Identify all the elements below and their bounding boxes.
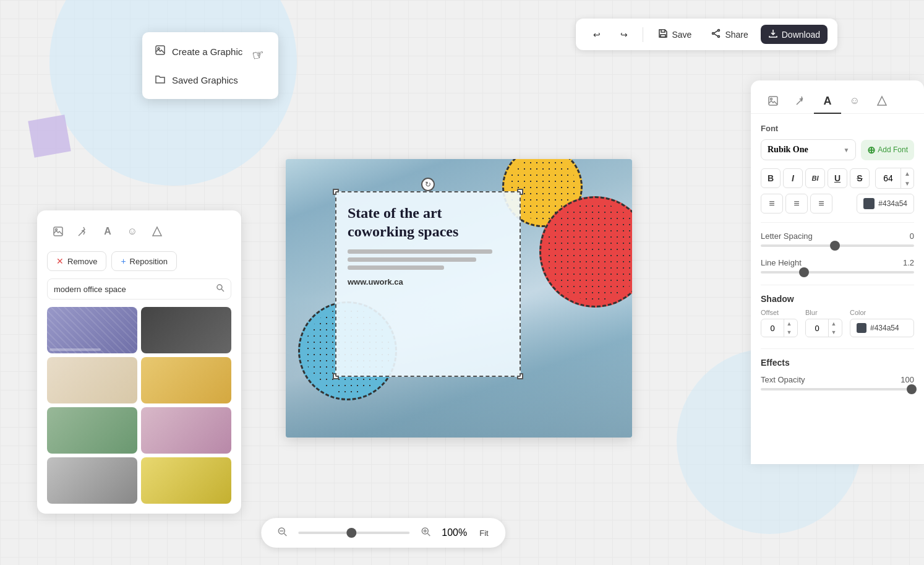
image-thumb-5[interactable] (47, 407, 137, 454)
font-select[interactable]: Rubik One ▼ (761, 139, 856, 160)
shadow-offset-col: Offset ▲ ▼ (761, 309, 798, 337)
shadow-offset-input[interactable] (761, 321, 784, 336)
panel-tab-emoji[interactable]: ☺ (121, 220, 143, 243)
search-icon (216, 283, 225, 295)
shadow-blur-col: Blur ▲ ▼ (805, 309, 842, 337)
image-grid (47, 307, 231, 504)
image-thumb-2[interactable] (141, 307, 231, 353)
zoom-fit-button[interactable]: Fit (474, 526, 493, 540)
align-right-button[interactable]: ≡ (810, 194, 832, 213)
remove-icon: ✕ (56, 256, 64, 266)
image-thumb-7[interactable] (47, 457, 137, 504)
line-height-track[interactable] (761, 271, 914, 274)
align-center-button[interactable]: ≡ (785, 194, 808, 213)
panel-tab-magic[interactable] (72, 220, 94, 243)
zoom-in-button[interactable] (417, 524, 434, 541)
shadow-offset-down[interactable]: ▼ (784, 328, 794, 337)
image-thumb-6[interactable] (141, 407, 231, 454)
image-thumb-8[interactable] (141, 457, 231, 504)
image-icon (155, 45, 166, 58)
align-right-icon: ≡ (818, 198, 824, 209)
font-size-up[interactable]: ▲ (901, 168, 913, 178)
reposition-button[interactable]: + Reposition (111, 251, 177, 271)
panel-tab-text[interactable]: A (96, 220, 119, 243)
save-label: Save (672, 30, 691, 40)
text-opacity-track[interactable] (761, 388, 914, 390)
line-height-thumb[interactable] (799, 267, 809, 277)
right-tab-image[interactable] (759, 89, 787, 114)
remove-button[interactable]: ✕ Remove (47, 251, 106, 271)
save-button[interactable]: Save (651, 25, 699, 44)
image-thumb-3[interactable] (47, 357, 137, 403)
reposition-label: Reposition (130, 257, 168, 266)
canvas-card[interactable]: ↻ State of the art coworking spaces www.… (286, 159, 632, 438)
bold-italic-button[interactable]: BI (805, 168, 825, 188)
panel-tab-shapes[interactable] (146, 220, 168, 243)
right-panel: A ☺ Font Rubik One ▼ ⊕ Add Font B (751, 80, 924, 464)
shadow-color-chip[interactable]: #434a54 (850, 319, 914, 337)
dropdown-saved-graphics[interactable]: Saved Graphics (142, 66, 278, 94)
font-size-box: ▲ ▼ (875, 168, 914, 189)
shadow-title: Shadow (761, 294, 914, 304)
right-panel-tabs: A ☺ (751, 80, 924, 114)
right-tab-emoji[interactable]: ☺ (841, 89, 868, 114)
shadow-blur-input[interactable] (806, 321, 828, 336)
search-input[interactable] (54, 285, 212, 294)
image-thumb-4[interactable] (141, 357, 231, 403)
zoom-out-icon (277, 527, 287, 540)
share-label: Share (725, 30, 748, 40)
canvas-text-line-2 (348, 257, 476, 262)
image-thumb-1[interactable] (47, 307, 137, 353)
panel-tabs: A ☺ (47, 220, 231, 243)
text-box-container[interactable]: ↻ State of the art coworking spaces www.… (335, 191, 521, 377)
text-opacity-row: Text Opacity 100 (761, 375, 914, 390)
canvas-text-box: State of the art coworking spaces www.uw… (335, 191, 521, 377)
align-left-icon: ≡ (769, 198, 774, 209)
add-font-button[interactable]: ⊕ Add Font (861, 140, 914, 160)
letter-spacing-track[interactable] (761, 244, 914, 247)
align-center-icon: ≡ (794, 198, 799, 209)
shadow-blur-down[interactable]: ▼ (829, 328, 839, 337)
rotate-handle[interactable]: ↻ (421, 178, 435, 191)
right-tab-magic[interactable] (787, 89, 814, 114)
right-tab-text[interactable]: A (814, 89, 841, 114)
folder-icon (155, 73, 166, 87)
svg-point-0 (718, 30, 720, 32)
right-tab-shapes[interactable] (868, 89, 896, 114)
underline-button[interactable]: U (828, 168, 847, 188)
panel-tab-image[interactable] (47, 220, 69, 243)
shadow-color-swatch (857, 323, 866, 333)
text-opacity-header: Text Opacity 100 (761, 375, 914, 384)
shadow-offset-up[interactable]: ▲ (784, 319, 794, 328)
divider-1 (761, 222, 914, 223)
shadow-blur-label: Blur (805, 309, 842, 316)
zoom-slider[interactable] (298, 532, 409, 534)
bold-button[interactable]: B (761, 168, 781, 188)
font-name: Rubik One (768, 145, 808, 155)
zoom-in-icon (421, 527, 430, 540)
font-size-down[interactable]: ▼ (901, 178, 913, 188)
shadow-color-col: Color #434a54 (850, 309, 914, 337)
strikethrough-label: S (857, 173, 862, 183)
toolbar-divider-1 (643, 27, 643, 42)
bold-italic-label: BI (812, 175, 819, 182)
letter-spacing-thumb[interactable] (830, 241, 840, 251)
undo-button[interactable]: ↩ (586, 26, 608, 43)
shadow-blur-up[interactable]: ▲ (829, 319, 839, 328)
letter-spacing-value: 0 (910, 231, 914, 241)
svg-line-12 (284, 533, 286, 536)
remove-label: Remove (67, 257, 97, 266)
redo-button[interactable]: ↪ (613, 26, 635, 43)
svg-line-4 (714, 34, 718, 37)
text-opacity-thumb[interactable] (907, 384, 917, 394)
text-color-chip[interactable]: #434a54 (857, 194, 914, 213)
zoom-out-button[interactable] (273, 524, 291, 541)
download-button[interactable]: Download (761, 25, 828, 44)
shadow-color-hex: #434a54 (870, 324, 899, 332)
italic-button[interactable]: I (783, 168, 803, 188)
shadow-color-label: Color (850, 309, 914, 316)
align-left-button[interactable]: ≡ (761, 194, 783, 213)
font-size-input[interactable] (876, 171, 900, 186)
share-button[interactable]: Share (704, 25, 755, 44)
strikethrough-button[interactable]: S (850, 168, 870, 188)
